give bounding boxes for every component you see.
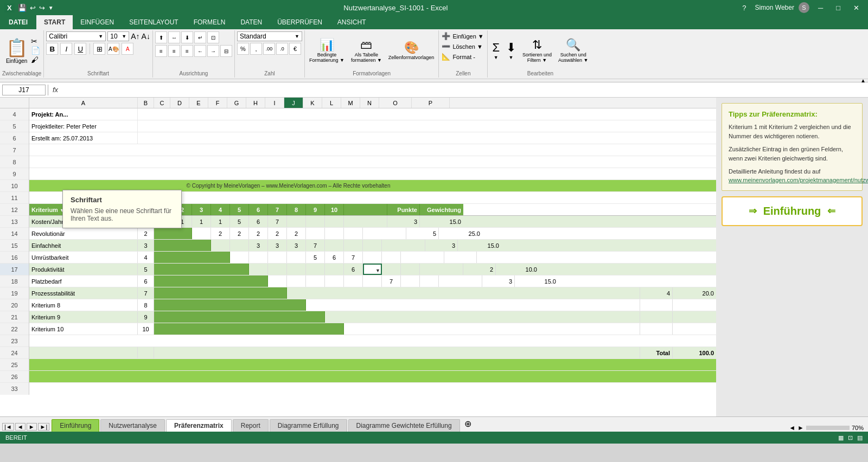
- cell-platz-gewichtung[interactable]: 15.0: [515, 275, 558, 287]
- cut-button[interactable]: ✂: [31, 37, 40, 46]
- cell-krit8-gewichtung[interactable]: [673, 299, 716, 311]
- col-header-n[interactable]: N: [360, 98, 379, 108]
- cell-umr-name[interactable]: Umrüstbarkeit: [29, 252, 138, 263]
- cell-umr-8[interactable]: 7: [344, 252, 363, 263]
- format-painter-button[interactable]: 🖌: [31, 55, 40, 64]
- cell-reference-box[interactable]: [2, 85, 46, 95]
- tab-ansicht[interactable]: ANSICHT: [330, 15, 374, 29]
- cell-platz-8[interactable]: 7: [382, 275, 401, 287]
- merge-button[interactable]: ⊡: [207, 31, 219, 43]
- cell-krit9-gewichtung[interactable]: [673, 311, 716, 323]
- cell-platz-name[interactable]: Platzbedarf: [29, 275, 138, 287]
- cell-krit10-name[interactable]: Kriterium 10: [29, 323, 138, 335]
- cell-prod-punkte[interactable]: 2: [463, 264, 496, 275]
- cell-prod-gewichtung[interactable]: 10.0: [496, 264, 539, 275]
- minimize-btn[interactable]: ─: [814, 3, 827, 13]
- accounting-button[interactable]: €: [289, 43, 301, 55]
- tip-link[interactable]: www.meinenvorlagen.com/projektmanagement…: [729, 177, 868, 183]
- cell-krit10-gewichtung[interactable]: [673, 323, 716, 335]
- cell-rev-7[interactable]: 2: [287, 228, 306, 239]
- cell-platz-punkte[interactable]: 3: [482, 275, 515, 287]
- col-header-e[interactable]: E: [189, 98, 208, 108]
- sheet-tab-praeferenzmatrix[interactable]: Präferenzmatrix: [166, 419, 232, 432]
- col-header-h[interactable]: H: [246, 98, 265, 108]
- cell-a4[interactable]: Projekt: An...: [29, 108, 138, 120]
- cell-proz-punkte[interactable]: 4: [640, 287, 673, 299]
- cell-kosten-3[interactable]: 1: [192, 216, 211, 227]
- sheet-tab-diagramme-gewichtete[interactable]: Diagramme Gewichtete Erfüllung: [348, 419, 460, 432]
- col-header-f[interactable]: F: [208, 98, 227, 108]
- col-header-c[interactable]: C: [154, 98, 170, 108]
- sheet-tab-report[interactable]: Report: [233, 419, 269, 432]
- col-header-p[interactable]: P: [412, 98, 450, 108]
- col-header-d[interactable]: D: [170, 98, 189, 108]
- fill-button[interactable]: ⬇ ▼: [504, 39, 518, 62]
- cell-einf-gewichtung[interactable]: 15.0: [458, 240, 501, 251]
- cell-rev-5[interactable]: 2: [249, 228, 268, 239]
- font-color-button[interactable]: A: [122, 43, 133, 55]
- cell-proz-nr[interactable]: 7: [138, 287, 154, 299]
- autosum-button[interactable]: Σ ▼: [490, 39, 502, 62]
- underline-button[interactable]: U: [74, 43, 86, 55]
- cell-rev-punkte[interactable]: 5: [406, 228, 439, 239]
- ribbon-collapse-icon[interactable]: ▲: [860, 78, 866, 84]
- cell-proz-name[interactable]: Prozessstabilität: [29, 287, 138, 299]
- cell-j17-selected[interactable]: ▼: [363, 264, 382, 275]
- cell-kosten-6[interactable]: 6: [249, 216, 268, 227]
- tab-daten[interactable]: DATEN: [233, 15, 270, 29]
- cell-prod-nr[interactable]: 5: [138, 264, 154, 275]
- sheet-tab-nutzwertanalyse[interactable]: Nutzwertanalyse: [100, 419, 165, 432]
- col-header-l[interactable]: L: [322, 98, 341, 108]
- col-header-g[interactable]: G: [227, 98, 246, 108]
- cell-rev-name[interactable]: Revolutionär: [29, 228, 138, 239]
- undo-icon[interactable]: ↩: [30, 4, 36, 12]
- number-format-selector[interactable]: Standard ▼: [237, 31, 302, 41]
- delete-cells-button[interactable]: ➖ Löschen ▼: [441, 42, 484, 51]
- percent-button[interactable]: %: [237, 43, 249, 55]
- sheet-nav-prev[interactable]: ◄: [15, 423, 25, 431]
- format-as-table-button[interactable]: 🗃 Als Tabelleformatieren ▼: [349, 36, 384, 65]
- cell-rev-4[interactable]: 2: [230, 228, 249, 239]
- cell-einf-4[interactable]: 3: [249, 240, 268, 251]
- sheet-nav-last[interactable]: ►|: [38, 423, 50, 431]
- increase-indent-button[interactable]: →: [207, 45, 219, 57]
- conditional-format-button[interactable]: 📊 BedingteFormatierung ▼: [307, 36, 347, 65]
- decrease-decimal-button[interactable]: .0: [276, 43, 288, 55]
- cell-einf-6[interactable]: 3: [287, 240, 306, 251]
- cell-krit8-name[interactable]: Kriterium 8: [29, 299, 138, 311]
- align-bottom-button[interactable]: ⬇: [181, 31, 193, 43]
- cell-kosten-gewichtung[interactable]: 15.0: [420, 216, 463, 227]
- sheet-tab-diagramme-erfuellung[interactable]: Diagramme Erfüllung: [270, 419, 347, 432]
- cell-umr-punkte[interactable]: [444, 252, 477, 263]
- comma-button[interactable]: ,: [250, 43, 262, 55]
- view-layout-icon[interactable]: ⊡: [848, 434, 853, 441]
- close-btn[interactable]: ✕: [849, 3, 864, 13]
- increase-font-icon[interactable]: A↑: [131, 32, 139, 41]
- font-size-selector[interactable]: 10 ▼: [107, 31, 129, 41]
- sort-filter-button[interactable]: ⇅ Sortieren undFiltern ▼: [520, 36, 554, 65]
- cell-rev-gewichtung[interactable]: 25.0: [439, 228, 482, 239]
- cell-umr-nr[interactable]: 4: [138, 252, 154, 263]
- cell-krit8-punkte[interactable]: [640, 299, 673, 311]
- tab-ueberpruefen[interactable]: ÜBERPRÜFEN: [270, 15, 330, 29]
- col-header-j[interactable]: J: [284, 98, 303, 108]
- copy-button[interactable]: 📄: [31, 46, 40, 55]
- cell-einf-5[interactable]: 3: [268, 240, 287, 251]
- tab-einfuegen[interactable]: EINFÜGEN: [73, 15, 122, 29]
- italic-button[interactable]: I: [60, 43, 72, 55]
- decrease-font-icon[interactable]: A↓: [142, 32, 150, 41]
- format-cells-button[interactable]: 📐 Format -: [441, 52, 484, 61]
- cell-rev-6[interactable]: 2: [268, 228, 287, 239]
- cell-umr-gewichtung[interactable]: [477, 252, 520, 263]
- help-icon[interactable]: ?: [738, 3, 750, 13]
- col-header-m[interactable]: M: [341, 98, 360, 108]
- scroll-left-btn[interactable]: ◄: [789, 424, 795, 432]
- tab-datei[interactable]: DATEI: [0, 15, 36, 29]
- view-normal-icon[interactable]: ▦: [838, 434, 844, 441]
- cell-rev-3[interactable]: 2: [211, 228, 230, 239]
- cell-einf-7[interactable]: 7: [306, 240, 325, 251]
- cell-krit10-nr[interactable]: 10: [138, 323, 154, 335]
- cell-krit9-nr[interactable]: 9: [138, 311, 154, 323]
- cell-krit9-punkte[interactable]: [640, 311, 673, 323]
- view-break-icon[interactable]: ▤: [857, 434, 863, 441]
